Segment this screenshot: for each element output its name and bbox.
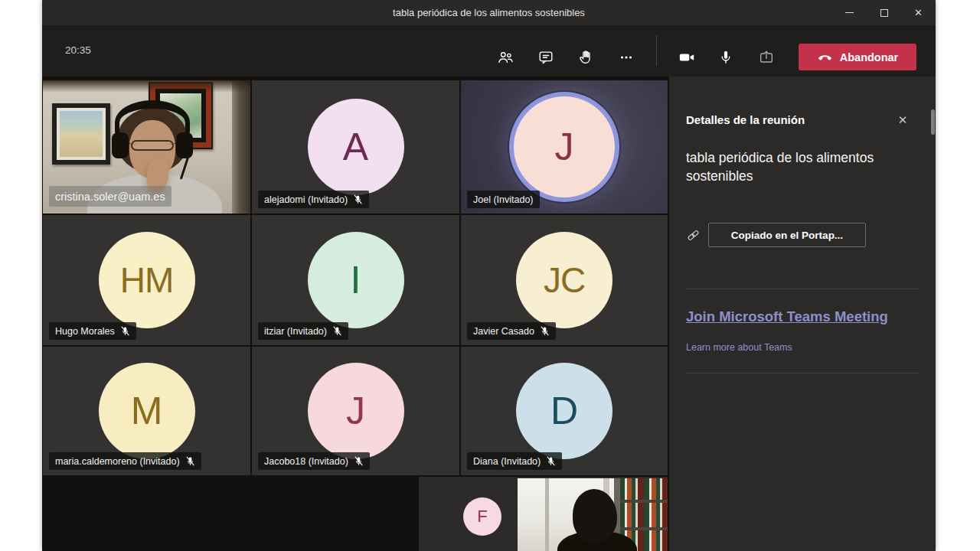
panel-divider xyxy=(686,289,919,289)
participant-tile-maria[interactable]: M maria.caldemoreno (Invitado) xyxy=(43,347,250,475)
chat-icon xyxy=(537,49,554,66)
chat-button[interactable] xyxy=(537,48,555,67)
panel-scrollbar[interactable] xyxy=(931,109,935,135)
minimize-button[interactable] xyxy=(832,0,867,25)
participant-tile-itziar[interactable]: I itziar (Invitado) xyxy=(252,215,459,345)
call-toolbar: 20:35 xyxy=(42,25,936,77)
close-button[interactable]: ✕ xyxy=(901,0,936,25)
people-icon xyxy=(497,49,514,66)
more-options-button[interactable] xyxy=(617,48,635,67)
self-view-video[interactable] xyxy=(518,478,668,551)
maximize-button[interactable] xyxy=(867,0,901,25)
participant-name-label: cristina.soler@uam.es xyxy=(49,186,172,207)
panel-divider xyxy=(686,373,919,373)
window-title: tabla periódica de los alimentos sosteni… xyxy=(42,7,936,18)
participant-name-label: Joel (Invitado) xyxy=(467,191,540,208)
participant-name-label: alejadomi (Invitado) xyxy=(258,191,369,208)
participant-tile-jacobo[interactable]: J Jacobo18 (Invitado) xyxy=(252,347,459,475)
learn-more-link[interactable]: Learn more about Teams xyxy=(686,342,792,353)
desktop: tabla periódica de los alimentos sosteni… xyxy=(0,0,980,551)
participant-tile-javier[interactable]: JC Javier Casado xyxy=(461,215,668,345)
participant-name-label: Diana (Invitado) xyxy=(467,452,562,470)
avatar: M xyxy=(99,363,195,459)
mic-off-icon xyxy=(185,456,195,466)
avatar: HM xyxy=(99,232,195,328)
teams-meeting-window: tabla periódica de los alimentos sosteni… xyxy=(42,0,936,551)
participant-name-label: itziar (Invitado) xyxy=(258,322,348,340)
panel-heading: Detalles de la reunión xyxy=(686,113,805,126)
mic-off-icon xyxy=(546,456,556,466)
participant-tile-diana[interactable]: D Diana (Invitado) xyxy=(461,347,668,475)
close-icon: ✕ xyxy=(914,8,923,18)
toolbar-divider xyxy=(656,35,657,66)
copy-link-button[interactable]: Copiado en el Portap... xyxy=(708,223,866,247)
share-icon xyxy=(758,49,775,66)
participant-tile-cristina[interactable]: cristina.soler@uam.es xyxy=(43,80,250,214)
link-icon xyxy=(686,228,701,243)
participant-name-label: Jacobo18 (Invitado) xyxy=(258,452,370,470)
avatar: D xyxy=(516,363,612,459)
mic-toggle-button[interactable] xyxy=(717,48,735,67)
show-participants-button[interactable] xyxy=(496,48,514,67)
camera-icon xyxy=(678,49,695,66)
join-meeting-link[interactable]: Join Microsoft Teams Meeting xyxy=(686,308,888,325)
panel-close-button[interactable]: ✕ xyxy=(893,110,913,130)
camera-toggle-button[interactable] xyxy=(678,48,696,67)
mic-off-icon xyxy=(353,194,363,204)
doorway xyxy=(232,80,250,214)
avatar: F xyxy=(463,497,501,536)
mic-off-icon xyxy=(540,326,550,336)
avatar-speaking: J xyxy=(514,96,615,197)
mic-off-icon xyxy=(120,326,130,336)
participant-name-label: Hugo Morales xyxy=(49,322,136,340)
meeting-title: tabla periódica de los alimentos sosteni… xyxy=(686,148,910,185)
minimize-icon xyxy=(845,12,854,13)
participant-tile-hugo[interactable]: HM Hugo Morales xyxy=(43,215,250,345)
share-screen-button[interactable] xyxy=(757,48,776,67)
participant-tile-alejadomi[interactable]: A alejadomi (Invitado) xyxy=(252,80,459,214)
avatar: J xyxy=(308,363,404,459)
mic-off-icon xyxy=(332,326,342,336)
participant-name-label: Javier Casado xyxy=(467,322,556,340)
raise-hand-button[interactable] xyxy=(577,48,595,67)
window-controls: ✕ xyxy=(832,0,936,25)
raised-hand-icon xyxy=(577,49,594,66)
leave-meeting-button[interactable]: Abandonar xyxy=(799,44,916,70)
title-bar: tabla periódica de los alimentos sosteni… xyxy=(42,0,936,25)
avatar: A xyxy=(308,99,404,195)
avatar: I xyxy=(308,232,404,328)
meeting-details-panel: Detalles de la reunión ✕ tabla periódica… xyxy=(669,77,936,551)
participant-tile-joel[interactable]: J Joel (Invitado) xyxy=(461,80,668,214)
wall-picture-left xyxy=(52,103,110,165)
mic-icon xyxy=(717,49,734,66)
hangup-icon xyxy=(817,49,833,65)
leave-button-label: Abandonar xyxy=(840,51,899,64)
video-grid: cristina.soler@uam.es A alejadomi (Invit… xyxy=(42,77,669,551)
call-duration: 20:35 xyxy=(65,44,91,56)
avatar: JC xyxy=(516,232,612,328)
maximize-icon xyxy=(880,9,888,17)
ellipsis-icon xyxy=(618,49,635,66)
mic-off-icon xyxy=(354,456,364,466)
participant-name-label: maria.caldemoreno (Invitado) xyxy=(49,452,201,470)
